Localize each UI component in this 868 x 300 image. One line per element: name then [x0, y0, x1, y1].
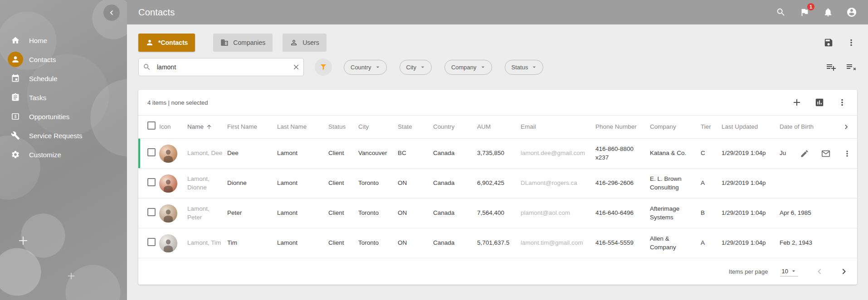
row-avatar-cell — [159, 204, 187, 223]
edit-icon[interactable] — [800, 149, 809, 158]
cell-state: ON — [398, 179, 433, 187]
column-header-last-name[interactable]: Last Name — [277, 123, 328, 131]
row-checkbox[interactable] — [147, 238, 156, 246]
search-icon[interactable] — [775, 7, 786, 18]
row-checkbox[interactable] — [147, 208, 156, 216]
notification-badge: 1 — [807, 3, 814, 10]
cell-status: Client — [328, 209, 358, 217]
column-header-company[interactable]: Company — [650, 123, 701, 131]
card-toolbar: 4 items | none selected — [138, 90, 857, 115]
sidebar-item-schedule[interactable]: Schedule — [0, 69, 127, 88]
flag-messages-icon[interactable]: 1 — [799, 7, 810, 18]
filter-chip-company[interactable]: Company — [444, 60, 492, 75]
chip-label: Status — [512, 64, 528, 71]
page-menu-button[interactable] — [845, 37, 857, 48]
save-button[interactable] — [823, 37, 834, 48]
select-all-checkbox[interactable] — [147, 121, 156, 130]
sidebar-item-home[interactable]: Home — [0, 31, 127, 50]
cell-first-name: Tim — [227, 239, 277, 247]
cell-dob: Feb 2, 1943 — [780, 239, 829, 247]
sidebar-item-customize[interactable]: Customize — [0, 145, 127, 164]
column-header-name[interactable]: Name — [187, 123, 227, 131]
previous-page-button[interactable] — [814, 266, 825, 277]
chevron-down-icon — [790, 267, 797, 275]
bell-icon[interactable] — [823, 7, 834, 18]
cell-phone: 416-554-5559 — [595, 239, 650, 247]
sidebar-collapse-button[interactable] — [103, 5, 120, 21]
tab-users[interactable]: Users — [283, 34, 327, 52]
cell-aum: 5,701,637.5 — [477, 239, 521, 247]
add-contact-button[interactable] — [791, 97, 803, 108]
next-page-button[interactable] — [838, 266, 850, 277]
column-header-country[interactable]: Country — [433, 123, 477, 131]
search-input[interactable] — [138, 58, 304, 76]
chevron-right-icon — [839, 266, 849, 277]
filter-list-add-button[interactable] — [825, 61, 837, 73]
column-header-status[interactable]: Status — [328, 123, 358, 131]
wrench-icon — [8, 128, 23, 143]
cell-last-name: Lamont — [277, 149, 328, 157]
cell-status: Client — [328, 179, 358, 187]
column-header-dob[interactable]: Date of Birth — [780, 123, 829, 131]
column-header-phone[interactable]: Phone Number — [595, 123, 650, 131]
sidebar-item-tasks[interactable]: Tasks — [0, 88, 127, 107]
filter-chip-country[interactable]: Country — [344, 60, 387, 75]
filter-list-clear-button[interactable] — [845, 61, 857, 73]
page-size-select[interactable]: 10 — [780, 266, 798, 276]
cell-last-name: Lamont — [277, 239, 328, 247]
filter-funnel-button[interactable] — [315, 58, 332, 76]
column-header-first-name[interactable]: First Name — [227, 123, 277, 131]
cell-country: Canada — [433, 239, 477, 247]
cell-last-updated: 1/29/2019 1:04p — [722, 149, 780, 157]
chart-view-button[interactable] — [814, 97, 825, 108]
tab-companies[interactable]: Companies — [213, 34, 273, 52]
table-menu-button[interactable] — [836, 97, 848, 108]
cell-company: Allen & Company — [650, 235, 701, 251]
sidebar-item-opportunities[interactable]: $ Opportunities — [0, 107, 127, 126]
avatar — [159, 234, 177, 252]
column-header-aum[interactable]: AUM — [477, 123, 521, 131]
sidebar-item-label: Tasks — [29, 94, 46, 102]
column-header-city[interactable]: City — [358, 123, 398, 131]
column-header-icon[interactable]: Icon — [159, 123, 187, 131]
cell-tier: C — [701, 149, 722, 157]
header-check-cell — [138, 121, 159, 132]
chevron-left-icon — [107, 8, 116, 17]
sidebar-item-contacts[interactable]: Contacts — [0, 50, 127, 69]
row-checkbox[interactable] — [147, 178, 156, 186]
row-check-cell — [138, 178, 159, 189]
column-header-state[interactable]: State — [398, 123, 433, 131]
filter-chip-city[interactable]: City — [400, 60, 432, 75]
filter-chip-status[interactable]: Status — [505, 60, 544, 75]
cell-last-name: Lamont — [277, 209, 328, 217]
column-header-email[interactable]: Email — [521, 123, 595, 131]
column-header-last-updated[interactable]: Last Updated — [722, 123, 780, 131]
row-check-cell — [138, 208, 159, 218]
cell-last-updated: 1/29/2019 1:04p — [722, 239, 780, 247]
sidebar-nav: Home Contacts Schedule Tasks $ Op — [0, 0, 127, 164]
cell-name: Lamont, Dionne — [187, 175, 227, 191]
row-avatar-cell — [159, 145, 187, 163]
account-icon[interactable] — [846, 7, 857, 18]
funnel-icon — [319, 63, 327, 71]
sort-asc-icon — [206, 124, 212, 130]
sidebar-item-service-requests[interactable]: Service Requests — [0, 126, 127, 145]
clear-search-button[interactable] — [291, 62, 301, 72]
column-header-tier[interactable]: Tier — [701, 123, 722, 131]
svg-text:$: $ — [14, 114, 16, 119]
row-check-cell — [138, 148, 159, 159]
more-columns-button[interactable] — [829, 122, 857, 131]
kebab-menu-icon — [846, 38, 856, 48]
table-row[interactable]: Lamont, Tim Tim Lamont Client Toronto ON… — [138, 228, 857, 258]
row-checkbox[interactable] — [147, 148, 156, 156]
entity-tabs: *Contacts Companies Users — [138, 34, 857, 52]
email-icon[interactable] — [821, 149, 831, 159]
cell-email: lamont.tim@gmail.com — [521, 239, 595, 247]
table-row[interactable]: Lamont, Dee Dee Lamont Client Vancouver … — [138, 139, 857, 169]
row-menu-icon[interactable] — [843, 149, 852, 158]
row-avatar-cell — [159, 174, 187, 193]
table-row[interactable]: Lamont, Dionne Dionne Lamont Client Toro… — [138, 169, 857, 198]
cell-city: Vancouver — [358, 149, 398, 157]
table-row[interactable]: Lamont, Peter Peter Lamont Client Toront… — [138, 198, 857, 228]
tab-contacts[interactable]: *Contacts — [138, 34, 195, 52]
